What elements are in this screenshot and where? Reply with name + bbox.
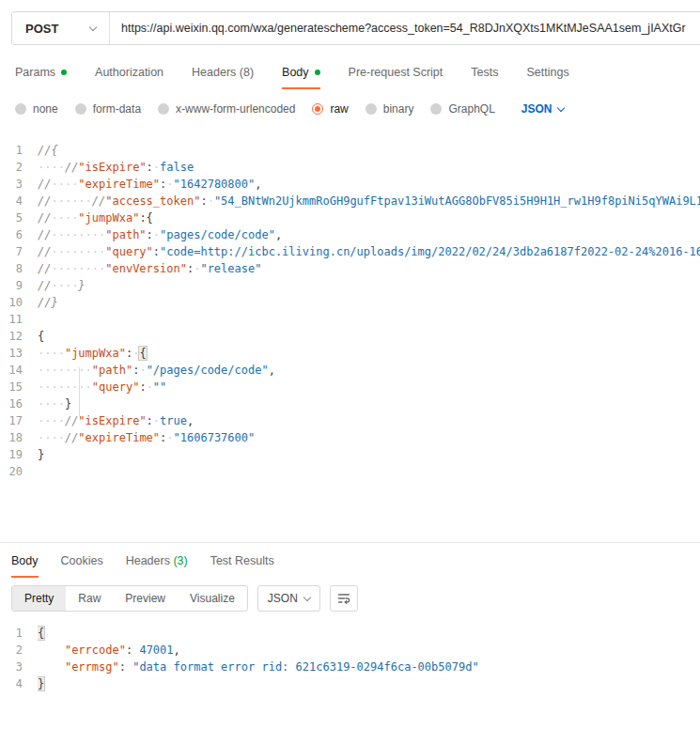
code-token: "jumpWxa" <box>65 347 126 360</box>
radio-icon <box>15 103 26 115</box>
request-response-divider <box>0 542 700 543</box>
code-token: // <box>92 194 105 208</box>
line-number: 13 <box>0 345 38 362</box>
request-body-editor[interactable]: 1//{2····//"isExpire":·false3//····"expi… <box>0 142 700 542</box>
code-token: "errcode" <box>65 643 126 657</box>
line-number: 11 <box>0 311 38 328</box>
code-token: "jumpWxa" <box>78 211 139 225</box>
radio-icon <box>312 103 323 115</box>
code-token: , <box>275 228 282 241</box>
line-content: "errmsg": "data format error rid: 621c63… <box>38 659 700 675</box>
line-content: ····//"isExpire":·false <box>38 159 700 176</box>
line-number: 3 <box>0 176 38 193</box>
tab-label: Params <box>15 66 55 79</box>
tab-label: Test Results <box>210 554 274 567</box>
code-token: { <box>139 347 146 360</box>
line-content <box>38 463 700 480</box>
code-line-8: 8//········"envVersion":·"release" <box>0 260 700 277</box>
line-number: 1 <box>0 625 38 642</box>
response-tab-cookies[interactable]: Cookies <box>61 545 103 578</box>
url-input[interactable] <box>110 12 700 44</box>
wrap-lines-icon <box>337 592 350 605</box>
tab-pre-request-script[interactable]: Pre-request Script <box>349 58 443 89</box>
response-body-viewer[interactable]: 1{2 "errcode": 47001,3 "errmsg": "data f… <box>0 625 700 692</box>
line-number: 2 <box>0 159 38 176</box>
line-content: //········"path":·"pages/code/code", <box>38 226 700 243</box>
body-mode-none[interactable]: none <box>15 102 58 116</box>
code-line-3: 3//····"expireTime":·"1642780800", <box>0 176 700 193</box>
tab-settings[interactable]: Settings <box>526 58 568 89</box>
tab-params[interactable]: Params <box>15 58 67 89</box>
code-line-19: 19} <box>0 446 700 463</box>
code-token: ···· <box>38 347 65 360</box>
code-token: , <box>269 364 275 377</box>
response-toolbar: PrettyRawPreviewVisualize JSON <box>0 585 700 612</box>
tab-label: Cookies <box>61 554 103 567</box>
line-number: 4 <box>0 193 38 209</box>
code-token: : <box>147 161 153 174</box>
body-mode-binary[interactable]: binary <box>366 102 414 116</box>
code-token: : <box>119 660 126 674</box>
code-token: "envVersion" <box>105 262 187 275</box>
request-language-dropdown[interactable]: JSON <box>521 102 564 116</box>
code-token: "expireTime" <box>78 431 160 444</box>
method-label: POST <box>25 22 58 36</box>
response-language-label: JSON <box>268 592 298 605</box>
response-tab-test-results[interactable]: Test Results <box>210 545 274 578</box>
code-token: ······ <box>51 194 91 208</box>
view-preview[interactable]: Preview <box>113 586 178 611</box>
body-mode-form-data[interactable]: form-data <box>75 102 141 116</box>
line-content: } <box>38 446 700 463</box>
body-mode-x-www-form-urlencoded[interactable]: x-www-form-urlencoded <box>158 102 295 116</box>
line-number: 19 <box>0 446 38 463</box>
code-line-15: 15········"query":·"" <box>0 379 700 395</box>
code-token: · <box>166 431 173 444</box>
view-raw[interactable]: Raw <box>66 586 113 611</box>
body-mode-raw[interactable]: raw <box>312 102 348 116</box>
code-token: "isExpire" <box>78 414 146 427</box>
code-token: // <box>38 178 51 191</box>
code-token: "access_token" <box>105 194 200 208</box>
line-number: 15 <box>0 379 38 395</box>
tab-tests[interactable]: Tests <box>471 58 498 89</box>
code-token: ···· <box>38 431 65 444</box>
postman-request-view: POST ParamsAuthorizationHeaders (8)BodyP… <box>0 11 700 692</box>
body-mode-graphql[interactable]: GraphQL <box>430 102 494 116</box>
code-token: // <box>38 211 51 225</box>
tab-body[interactable]: Body <box>282 58 320 89</box>
view-visualize[interactable]: Visualize <box>178 586 247 611</box>
code-token: · <box>139 364 146 377</box>
code-line-1: 1{ <box>0 625 700 642</box>
method-dropdown[interactable]: POST <box>12 12 110 44</box>
line-number: 1 <box>0 142 38 159</box>
response-tab-body[interactable]: Body <box>11 545 39 578</box>
request-tabs: ParamsAuthorizationHeaders (8)BodyPre-re… <box>0 58 700 89</box>
mode-label: form-data <box>93 102 141 116</box>
code-token: } <box>78 279 85 292</box>
code-line-6: 6//········"path":·"pages/code/code", <box>0 226 700 243</box>
tab-count: (3) <box>170 554 188 567</box>
line-content: { <box>38 328 700 345</box>
code-line-2: 2····//"isExpire":·false <box>0 159 700 176</box>
response-tab-headers[interactable]: Headers (3) <box>126 545 188 578</box>
view-pretty[interactable]: Pretty <box>12 586 66 611</box>
response-language-dropdown[interactable]: JSON <box>257 585 320 612</box>
tab-headers-8[interactable]: Headers (8) <box>192 58 254 89</box>
code-token: ········ <box>38 380 92 394</box>
code-line-11: 11 <box>0 311 700 328</box>
code-token: // <box>38 194 51 208</box>
wrap-lines-button[interactable] <box>330 585 358 612</box>
line-content: //} <box>38 294 700 311</box>
code-token: // <box>38 245 51 258</box>
response-view-switcher: PrettyRawPreviewVisualize <box>11 585 248 612</box>
tab-authorization[interactable]: Authorization <box>95 58 163 89</box>
code-token: // <box>38 279 51 292</box>
line-number: 3 <box>0 659 38 675</box>
code-token: { <box>38 627 44 640</box>
chevron-down-icon <box>303 593 311 600</box>
line-content: //······//"access_token":·"54_BNtWn2Ujkm… <box>38 193 700 209</box>
request-url-bar: POST <box>11 11 700 45</box>
code-token: ···· <box>38 397 65 411</box>
code-token: · <box>153 414 160 427</box>
code-token: ···· <box>51 178 78 191</box>
